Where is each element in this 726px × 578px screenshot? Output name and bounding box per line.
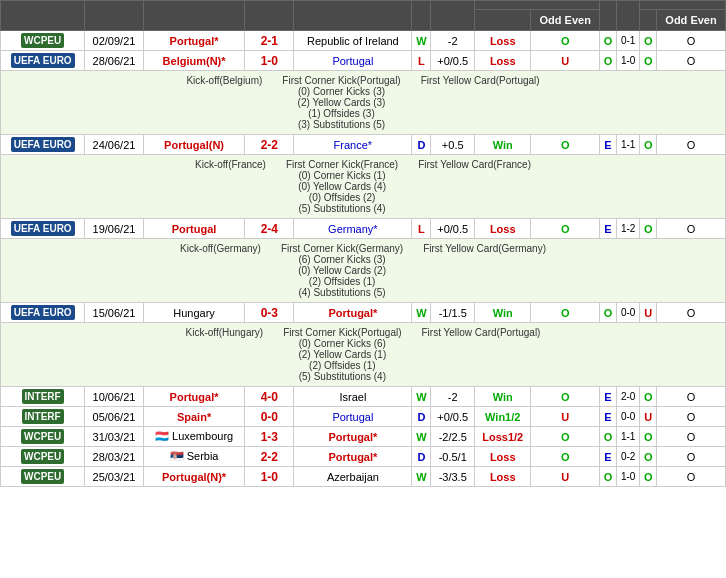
wl-cell: W bbox=[412, 31, 431, 51]
ht-cell: 0-0 bbox=[616, 407, 640, 427]
odds-cell: Win bbox=[475, 387, 531, 407]
over-under-cell: O bbox=[531, 427, 600, 447]
wl-cell: W bbox=[412, 387, 431, 407]
team1-cell: Portugal* bbox=[143, 387, 245, 407]
team1-cell: Portugal* bbox=[143, 31, 245, 51]
match-label-cell: WCPEU bbox=[1, 427, 85, 447]
yellow-card-info: First Yellow Card(Germany) bbox=[423, 243, 546, 254]
wl-cell: L bbox=[412, 219, 431, 239]
header-corner-oe-2: Odd Even bbox=[657, 10, 726, 31]
over-under-cell: O bbox=[531, 303, 600, 323]
over-under-cell: O bbox=[531, 219, 600, 239]
over-075-cell: O bbox=[640, 219, 657, 239]
odds-cell: Loss1/2 bbox=[475, 427, 531, 447]
over-under-cell: O bbox=[531, 31, 600, 51]
corner-info: First Corner Kick(Portugal) (0) Corner K… bbox=[283, 327, 401, 382]
detail-row: Kick-off(Hungary) First Corner Kick(Port… bbox=[1, 323, 726, 387]
odds-cell: Loss bbox=[475, 467, 531, 487]
match-badge: INTERF bbox=[22, 389, 64, 404]
table-row: UEFA EURO 28/06/21 Belgium(N)* 1-0 Portu… bbox=[1, 51, 726, 71]
odd-even-cell: O bbox=[600, 467, 617, 487]
odds-cell: Win bbox=[475, 303, 531, 323]
over-075-cell: O bbox=[640, 447, 657, 467]
ht-cell: 0-1 bbox=[616, 31, 640, 51]
date-cell: 25/03/21 bbox=[85, 467, 143, 487]
wl-cell: W bbox=[412, 427, 431, 447]
kickoff-info: Kick-off(Belgium) bbox=[186, 75, 262, 86]
table-row: WCPEU 28/03/21 🇷🇸 Serbia 2-2 Portugal* D… bbox=[1, 447, 726, 467]
team1-cell: 🇱🇺 Luxembourg bbox=[143, 427, 245, 447]
over-075-cell: O bbox=[640, 427, 657, 447]
date-cell: 10/06/21 bbox=[85, 387, 143, 407]
team1-cell: Portugal bbox=[143, 219, 245, 239]
odds-cell: Loss bbox=[475, 31, 531, 51]
ht-cell: 1-0 bbox=[616, 467, 640, 487]
odds-cell: Loss bbox=[475, 51, 531, 71]
odd-even-cell: E bbox=[600, 407, 617, 427]
odds-cell: Loss bbox=[475, 219, 531, 239]
result-cell: 2-2 bbox=[245, 135, 294, 155]
odd-even-cell: O bbox=[600, 31, 617, 51]
result-cell: 1-3 bbox=[245, 427, 294, 447]
team2-cell: France* bbox=[294, 135, 412, 155]
ht-cell: 1-0 bbox=[616, 51, 640, 71]
match-badge: WCPEU bbox=[21, 449, 64, 464]
handicap-cell: -2/2.5 bbox=[431, 427, 475, 447]
match-badge: UEFA EURO bbox=[11, 53, 75, 68]
match-badge: WCPEU bbox=[21, 469, 64, 484]
result-cell: 2-2 bbox=[245, 447, 294, 467]
yellow-card-info: First Yellow Card(France) bbox=[418, 159, 531, 170]
team1-cell: Spain* bbox=[143, 407, 245, 427]
table-row: UEFA EURO 24/06/21 Portugal(N) 2-2 Franc… bbox=[1, 135, 726, 155]
team1-cell: Portugal(N) bbox=[143, 135, 245, 155]
table-row: INTERF 05/06/21 Spain* 0-0 Portugal D +0… bbox=[1, 407, 726, 427]
ht-cell: 0-2 bbox=[616, 447, 640, 467]
yellow-card-info: First Yellow Card(Portugal) bbox=[421, 75, 540, 86]
table-row: WCPEU 02/09/21 Portugal* 2-1 Republic of… bbox=[1, 31, 726, 51]
date-cell: 15/06/21 bbox=[85, 303, 143, 323]
result-cell: 1-0 bbox=[245, 51, 294, 71]
corner-info: First Corner Kick(France) (0) Corner Kic… bbox=[286, 159, 398, 214]
over-075-oe: O bbox=[657, 31, 726, 51]
header-match bbox=[1, 1, 85, 31]
match-label-cell: WCPEU bbox=[1, 447, 85, 467]
handicap-cell: -0.5/1 bbox=[431, 447, 475, 467]
result-cell: 0-3 bbox=[245, 303, 294, 323]
over-075-oe: O bbox=[657, 407, 726, 427]
header-corner-odd-even: Odd Even bbox=[531, 10, 600, 31]
ht-cell: 0-0 bbox=[616, 303, 640, 323]
match-badge: UEFA EURO bbox=[11, 305, 75, 320]
odds-cell: Win1/2 bbox=[475, 407, 531, 427]
header-team2 bbox=[294, 1, 412, 31]
match-badge: INTERF bbox=[22, 409, 64, 424]
date-cell: 31/03/21 bbox=[85, 427, 143, 447]
header-handicap bbox=[412, 1, 431, 31]
over-075-oe: O bbox=[657, 387, 726, 407]
main-table-container: Odd Even Odd Even WCPEU 02/09/21 Portuga… bbox=[0, 0, 726, 487]
over-075-cell: O bbox=[640, 31, 657, 51]
kickoff-info: Kick-off(Germany) bbox=[180, 243, 261, 254]
detail-cell: Kick-off(Hungary) First Corner Kick(Port… bbox=[1, 323, 726, 387]
wl-cell: D bbox=[412, 447, 431, 467]
over-075-cell: O bbox=[640, 467, 657, 487]
team2-cell: Israel bbox=[294, 387, 412, 407]
match-label-cell: UEFA EURO bbox=[1, 51, 85, 71]
header-result bbox=[245, 1, 294, 31]
team1-cell: Belgium(N)* bbox=[143, 51, 245, 71]
wl-cell: D bbox=[412, 135, 431, 155]
team2-cell: Portugal* bbox=[294, 447, 412, 467]
over-under-cell: O bbox=[531, 135, 600, 155]
over-075-oe: O bbox=[657, 303, 726, 323]
handicap-cell: +0/0.5 bbox=[431, 219, 475, 239]
table-row: INTERF 10/06/21 Portugal* 4-0 Israel W -… bbox=[1, 387, 726, 407]
odd-even-cell: O bbox=[600, 427, 617, 447]
team1-cell: 🇷🇸 Serbia bbox=[143, 447, 245, 467]
wl-cell: W bbox=[412, 303, 431, 323]
header-odd-even bbox=[600, 1, 617, 31]
wl-cell: L bbox=[412, 51, 431, 71]
match-badge: WCPEU bbox=[21, 429, 64, 444]
detail-row: Kick-off(France) First Corner Kick(Franc… bbox=[1, 155, 726, 219]
over-under-cell: U bbox=[531, 51, 600, 71]
match-label-cell: INTERF bbox=[1, 387, 85, 407]
handicap-cell: -2 bbox=[431, 387, 475, 407]
